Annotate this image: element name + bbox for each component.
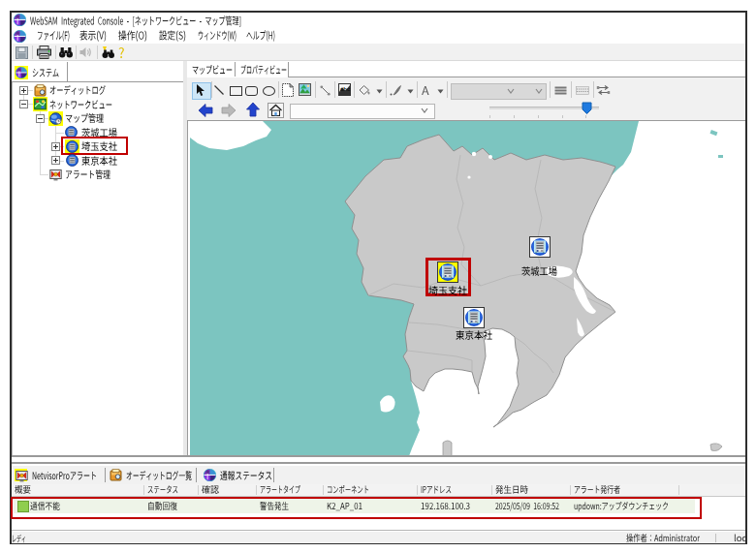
svg-text:abc: abc [340,86,351,92]
